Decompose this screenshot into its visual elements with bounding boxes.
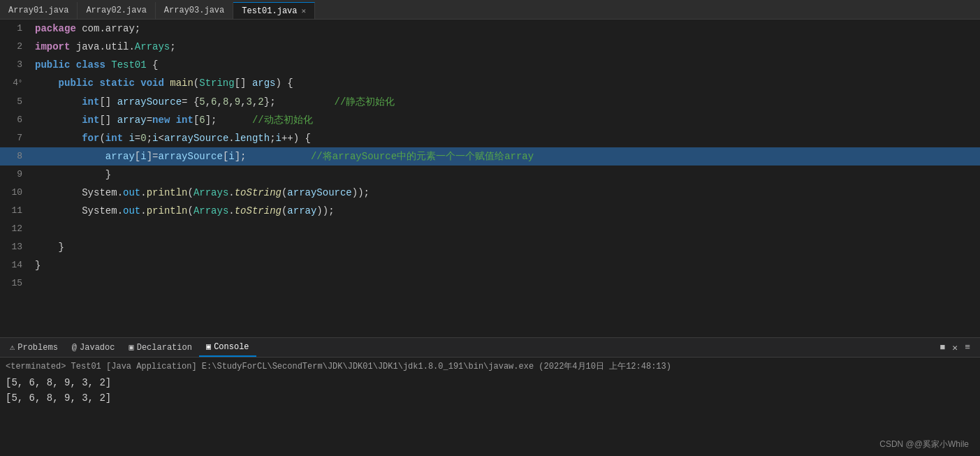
bottom-tabs: ⚠ Problems @ Javadoc ▣ Declaration ▣ Con…	[0, 338, 980, 358]
line-number-9: 9	[0, 166, 29, 184]
tab-test01-close-icon[interactable]: ✕	[301, 6, 306, 15]
line-content-11: System.out.println(Arrays.toString(array…	[29, 202, 980, 220]
code-line-9: 9 }	[0, 166, 980, 184]
line-content-13: }	[29, 238, 980, 256]
declaration-icon: ▣	[129, 342, 133, 353]
code-line-5: 5 int[] arraySource= {5,6,8,9,3,2}; //静态…	[0, 93, 980, 111]
line-content-8: array[i]=arraySource[i]; //将arraySource中…	[29, 147, 980, 166]
tab-javadoc[interactable]: @ Javadoc	[65, 339, 122, 357]
tab-javadoc-label: Javadoc	[80, 343, 115, 353]
tab-array03-label: Array03.java	[164, 6, 224, 15]
line-number-8: 8	[0, 147, 29, 166]
line-number-6: 6	[0, 111, 29, 129]
line-number-12: 12	[0, 220, 29, 238]
tab-console[interactable]: ▣ Console	[199, 339, 256, 357]
line-content-7: for(int i=0;i<arraySource.length;i++) {	[29, 129, 980, 147]
tab-declaration-label: Declaration	[137, 343, 192, 353]
line-number-4: 4°	[0, 74, 29, 93]
stop-icon[interactable]: ■	[939, 341, 947, 354]
code-lines-container: 1package com.array;2import java.util.Arr…	[0, 20, 980, 293]
console-watermark: CSDN @@奚家小While	[879, 439, 969, 450]
line-number-11: 11	[0, 202, 29, 220]
console-icon: ▣	[206, 341, 211, 352]
line-number-7: 7	[0, 129, 29, 147]
problems-icon: ⚠	[10, 342, 15, 353]
line-content-1: package com.array;	[29, 20, 980, 38]
code-line-10: 10 System.out.println(Arrays.toString(ar…	[0, 184, 980, 202]
line-content-3: public class Test01 {	[29, 56, 980, 74]
minimize-icon[interactable]: ≡	[963, 341, 972, 354]
javadoc-icon: @	[72, 343, 77, 353]
console-output-line1: [5, 6, 8, 9, 3, 2]	[6, 375, 974, 390]
tab-problems[interactable]: ⚠ Problems	[3, 339, 65, 357]
code-line-7: 7 for(int i=0;i<arraySource.length;i++) …	[0, 129, 980, 147]
console-terminated: <terminated> Test01 [Java Application] E…	[6, 360, 974, 372]
line-content-10: System.out.println(Arrays.toString(array…	[29, 184, 980, 202]
line-content-2: import java.util.Arrays;	[29, 38, 980, 56]
console-content: <terminated> Test01 [Java Application] E…	[0, 358, 980, 456]
line-number-15: 15	[0, 274, 29, 293]
code-line-14: 14}	[0, 256, 980, 274]
line-content-12	[29, 220, 980, 238]
line-number-5: 5	[0, 93, 29, 111]
tab-test01-label: Test01.java	[242, 6, 297, 16]
line-content-9: }	[29, 166, 980, 184]
line-content-6: int[] array=new int[6]; //动态初始化	[29, 111, 980, 129]
line-number-13: 13	[0, 238, 29, 256]
code-editor: 1package com.array;2import java.util.Arr…	[0, 20, 980, 337]
code-line-2: 2import java.util.Arrays;	[0, 38, 980, 56]
tab-array03[interactable]: Array03.java	[156, 2, 233, 19]
tab-array01[interactable]: Array01.java	[0, 2, 78, 19]
line-content-4: public static void main(String[] args) {	[29, 74, 980, 93]
line-number-14: 14	[0, 256, 29, 274]
console-output-line2: [5, 6, 8, 9, 3, 2]	[6, 390, 974, 406]
tab-array02-label: Array02.java	[86, 6, 146, 15]
line-number-2: 2	[0, 38, 29, 56]
code-line-15: 15	[0, 274, 980, 293]
line-content-5: int[] arraySource= {5,6,8,9,3,2}; //静态初始…	[29, 93, 980, 111]
close-console-icon[interactable]: ✕	[951, 341, 959, 355]
tab-console-label: Console	[214, 342, 249, 352]
tab-bar: Array01.java Array02.java Array03.java T…	[0, 0, 980, 20]
line-content-14: }	[29, 256, 980, 274]
line-content-15	[29, 274, 980, 293]
bottom-panel: ⚠ Problems @ Javadoc ▣ Declaration ▣ Con…	[0, 337, 980, 456]
console-toolbar: ■ ✕ ≡	[939, 341, 977, 355]
tab-declaration[interactable]: ▣ Declaration	[122, 339, 198, 357]
code-line-4: 4° public static void main(String[] args…	[0, 74, 980, 93]
code-line-1: 1package com.array;	[0, 20, 980, 38]
code-line-8: 8 array[i]=arraySource[i]; //将arraySourc…	[0, 147, 980, 166]
code-line-11: 11 System.out.println(Arrays.toString(ar…	[0, 202, 980, 220]
tab-array02[interactable]: Array02.java	[78, 2, 155, 19]
tab-test01[interactable]: Test01.java ✕	[233, 2, 315, 19]
tab-problems-label: Problems	[17, 343, 58, 353]
line-number-1: 1	[0, 20, 29, 38]
code-line-12: 12	[0, 220, 980, 238]
code-line-3: 3public class Test01 {	[0, 56, 980, 74]
line-number-3: 3	[0, 56, 29, 74]
tab-array01-label: Array01.java	[8, 6, 68, 15]
code-line-6: 6 int[] array=new int[6]; //动态初始化	[0, 111, 980, 129]
line-number-10: 10	[0, 184, 29, 202]
code-line-13: 13 }	[0, 238, 980, 256]
